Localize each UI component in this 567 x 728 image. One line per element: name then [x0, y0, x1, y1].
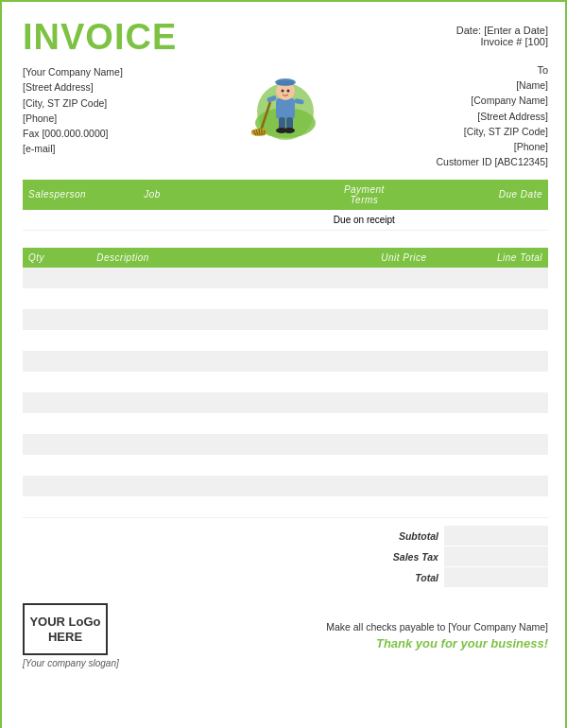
item-row [23, 413, 548, 434]
logo-text: YOUR LoGo HERE [25, 615, 106, 644]
item-unit [317, 351, 432, 372]
spacer1 [23, 238, 548, 248]
item-unit [317, 288, 432, 309]
item-qty [23, 496, 91, 517]
salesperson-header: Salesperson Job PaymentTerms Due Date [23, 180, 548, 210]
item-qty [23, 330, 91, 351]
company-slogan: [Your company slogan] [23, 658, 119, 668]
item-unit [317, 413, 432, 434]
item-row [23, 288, 548, 309]
svg-rect-2 [276, 98, 295, 119]
salesperson-section: Salesperson Job PaymentTerms Due Date Du… [23, 180, 548, 232]
item-desc [91, 496, 317, 517]
item-qty [23, 392, 91, 413]
svg-line-16 [264, 130, 265, 135]
svg-rect-5 [277, 80, 294, 85]
item-row [23, 309, 548, 330]
item-total [433, 413, 548, 434]
item-unit [317, 434, 432, 455]
items-body [23, 268, 548, 517]
item-row [23, 455, 548, 476]
totals-section: Subtotal Sales Tax Total [23, 526, 548, 589]
sp-salesperson [23, 210, 138, 231]
item-unit [317, 496, 432, 517]
th-desc: Description [91, 248, 317, 268]
item-total [433, 288, 548, 309]
subtotal-label: Subtotal [317, 526, 444, 546]
recipient-address: [Name] [Company Name] [Street Address] [… [437, 78, 548, 170]
item-qty [23, 351, 91, 372]
sender-company: [Your Company Name] [23, 64, 123, 79]
item-unit [317, 330, 432, 351]
item-desc [91, 288, 317, 309]
item-total [433, 372, 548, 392]
cleaner-svg [251, 64, 319, 140]
item-unit [317, 476, 432, 496]
sp-due-date [433, 210, 548, 231]
svg-point-6 [282, 90, 284, 93]
item-desc [91, 351, 317, 372]
item-total [433, 434, 548, 455]
recipient-city: [City, ST ZIP Code] [437, 124, 548, 139]
subtotal-value [444, 526, 548, 546]
items-header: Qty Description Unit Price Line Total [23, 248, 548, 268]
item-row [23, 268, 548, 288]
item-total [433, 309, 548, 330]
sender-phone: [Phone] [23, 111, 123, 126]
item-desc [91, 392, 317, 413]
item-qty [23, 476, 91, 496]
invoice-title: INVOICE [23, 19, 177, 55]
item-unit [317, 392, 432, 413]
recipient-section: To [Name] [Company Name] [Street Address… [437, 64, 548, 170]
cleaner-illustration [251, 64, 319, 140]
item-total [433, 392, 548, 413]
subtotal-row: Subtotal [317, 526, 548, 546]
th-job: Job [138, 180, 296, 210]
item-desc [91, 330, 317, 351]
item-qty [23, 372, 91, 392]
salesperson-row: Due on receipt [23, 210, 548, 231]
svg-line-14 [259, 129, 260, 135]
item-qty [23, 413, 91, 434]
th-due-date: Due Date [433, 180, 548, 210]
th-unit-price: Unit Price [317, 248, 432, 268]
recipient-phone: [Phone] [437, 139, 548, 154]
items-table: Qty Description Unit Price Line Total [23, 248, 548, 518]
sp-payment-terms: Due on receipt [296, 210, 433, 231]
item-desc [91, 372, 317, 392]
sender-address: [Your Company Name] [Street Address] [Ci… [23, 64, 123, 157]
sender-street: [Street Address] [23, 79, 123, 95]
thank-you: Thank you for your business! [326, 636, 548, 650]
item-row [23, 496, 548, 517]
recipient-company: [Company Name] [437, 93, 548, 108]
item-unit [317, 309, 432, 330]
logo-box: YOUR LoGo HERE [23, 603, 108, 655]
item-qty [23, 288, 91, 309]
date-line: Date: [Enter a Date] [456, 25, 548, 36]
item-row [23, 372, 548, 392]
to-label: To [537, 64, 548, 76]
tax-value [444, 546, 548, 567]
item-unit [317, 268, 432, 288]
item-row [23, 351, 548, 372]
item-unit [317, 455, 432, 476]
tax-label: Sales Tax [317, 546, 444, 567]
item-desc [91, 309, 317, 330]
logo-area: YOUR LoGo HERE [Your company slogan] [23, 603, 119, 668]
invoice-line: Invoice # [100] [456, 36, 548, 47]
item-desc [91, 434, 317, 455]
invoice-label: Invoice # [480, 36, 522, 47]
item-total [433, 268, 548, 288]
date-value: [Enter a Date] [484, 25, 548, 36]
date-label: Date: [456, 25, 481, 36]
item-total [433, 455, 548, 476]
recipient-customer-id: Customer ID [ABC12345] [437, 154, 548, 169]
item-total [433, 496, 548, 517]
totals-table: Subtotal Sales Tax Total [317, 526, 548, 589]
sender-city: [City, ST ZIP Code] [23, 95, 123, 111]
items-section: Qty Description Unit Price Line Total [23, 248, 548, 518]
recipient-street: [Street Address] [437, 109, 548, 124]
svg-point-7 [287, 90, 290, 93]
item-total [433, 476, 548, 496]
item-desc [91, 413, 317, 434]
